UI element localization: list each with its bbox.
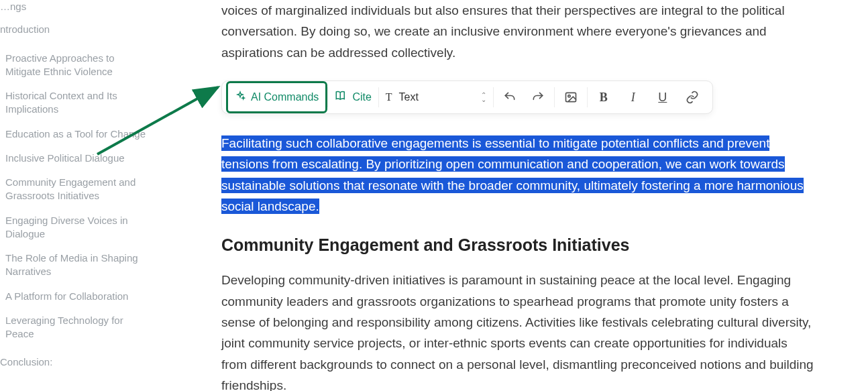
ai-commands-button[interactable]: AI Commands — [226, 81, 327, 113]
sidebar-item-technology[interactable]: Leveraging Technology for Peace — [0, 309, 153, 347]
svg-point-2 — [568, 95, 570, 97]
paragraph-community[interactable]: Developing community-driven initiatives … — [221, 270, 814, 391]
sidebar-item-proactive[interactable]: Proactive Approaches to Mitigate Ethnic … — [0, 46, 153, 85]
redo-button[interactable] — [529, 88, 547, 107]
link-button[interactable] — [683, 88, 702, 107]
sidebar-item-partial[interactable]: …ngs — [0, 0, 153, 13]
outline-sidebar: …ngs ntroduction Proactive Approaches to… — [0, 0, 161, 391]
sparkle-icon — [235, 91, 246, 104]
heading-community[interactable]: Community Engagement and Grassroots Init… — [221, 235, 814, 255]
paragraph-partial-intro[interactable]: voices of marginalized individuals but a… — [221, 0, 814, 63]
selected-text: Facilitating such collaborative engageme… — [221, 135, 804, 214]
sidebar-item-inclusive[interactable]: Inclusive Political Dialogue — [0, 146, 153, 170]
block-type-select[interactable]: T Text ⌃⌄ — [379, 81, 493, 113]
sidebar-item-historical[interactable]: Historical Context and Its Implications — [0, 84, 153, 122]
cite-label: Cite — [352, 91, 371, 103]
sidebar-item-diverse-voices[interactable]: Engaging Diverse Voices in Dialogue — [0, 209, 153, 247]
selected-paragraph[interactable]: Facilitating such collaborative engageme… — [221, 133, 814, 217]
sidebar-item-media[interactable]: The Role of Media in Shaping Narratives — [0, 246, 153, 284]
book-icon — [335, 90, 347, 105]
image-button[interactable] — [561, 88, 580, 107]
sidebar-section-introduction[interactable]: ntroduction — [0, 23, 153, 36]
undo-button[interactable] — [500, 88, 519, 107]
sidebar-item-platform[interactable]: A Platform for Collaboration — [0, 284, 153, 309]
sidebar-item-community[interactable]: Community Engagement and Grassroots Init… — [0, 170, 153, 209]
chevron-updown-icon: ⌃⌄ — [481, 93, 486, 102]
bold-button[interactable]: B — [594, 88, 613, 107]
sidebar-section-conclusion[interactable]: Conclusion: — [0, 355, 153, 369]
floating-toolbar: AI Commands Cite T Text ⌃ — [221, 80, 713, 114]
italic-button[interactable]: I — [624, 88, 643, 107]
cite-button[interactable]: Cite — [328, 81, 378, 113]
block-type-label: Text — [399, 91, 419, 103]
sidebar-item-education[interactable]: Education as a Tool for Change — [0, 122, 153, 146]
ai-commands-label: AI Commands — [251, 91, 319, 103]
type-icon: T — [386, 91, 392, 103]
document-editor[interactable]: voices of marginalized individuals but a… — [161, 0, 868, 391]
underline-button[interactable]: U — [653, 88, 672, 107]
